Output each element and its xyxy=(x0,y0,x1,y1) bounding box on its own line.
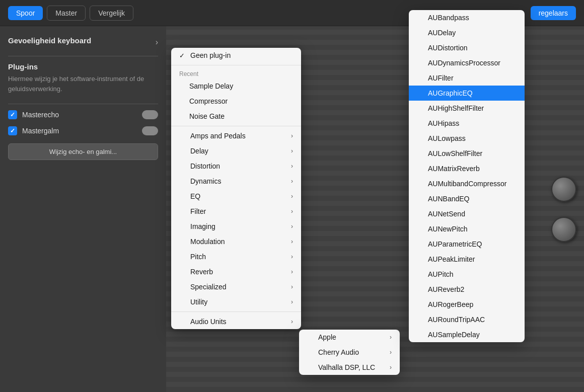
menu-divider-2 xyxy=(171,126,301,126)
vergelijk-button[interactable]: Vergelijk xyxy=(90,6,133,21)
au-item-21[interactable]: AUSampleDelay xyxy=(409,327,525,342)
au-item-18[interactable]: AUReverb2 xyxy=(409,282,525,297)
arrow-icon: › xyxy=(291,208,293,215)
expand-icon[interactable]: › xyxy=(156,38,158,47)
au-item-20[interactable]: AURoundTripAAC xyxy=(409,312,525,327)
category-delay-label: Delay xyxy=(190,147,208,155)
keyboard-sensitivity-label: Gevoeligheid keyboard xyxy=(8,36,91,45)
category-modulation[interactable]: Modulation › xyxy=(171,234,301,249)
arrow-icon: › xyxy=(291,223,293,230)
au-item-15[interactable]: AUParametricEQ xyxy=(409,237,525,252)
au-item-3[interactable]: AUDynamicsProcessor xyxy=(409,55,525,70)
au-item-7[interactable]: AUHipass xyxy=(409,116,525,131)
recent-item-1[interactable]: Compressor xyxy=(171,94,301,109)
au-item-label-21: AUSampleDelay xyxy=(428,331,480,339)
vendor-valhalla[interactable]: Valhalla DSP, LLC › xyxy=(299,360,400,375)
divider-2 xyxy=(8,104,158,104)
mastergalm-checkbox[interactable] xyxy=(8,126,17,135)
category-reverb[interactable]: Reverb › xyxy=(171,264,301,279)
au-item-label-8: AULowpass xyxy=(428,134,466,142)
masterecho-checkbox[interactable] xyxy=(8,110,17,119)
au-item-4[interactable]: AUFilter xyxy=(409,70,525,86)
au-item-0[interactable]: AUBandpass xyxy=(409,10,525,25)
au-item-17[interactable]: AUPitch xyxy=(409,267,525,282)
plugins-dropdown: ✓ Geen plug-in Recent Sample Delay Compr… xyxy=(171,48,301,329)
knobs-area xyxy=(544,26,584,392)
menu-divider-1 xyxy=(171,65,301,65)
au-item-9[interactable]: AULowShelfFilter xyxy=(409,146,525,161)
masterecho-toggle[interactable] xyxy=(142,110,158,119)
recent-item-2[interactable]: Noise Gate xyxy=(171,109,301,124)
arrow-icon: › xyxy=(291,132,293,139)
vendor-cherry-audio[interactable]: Cherry Audio › xyxy=(299,345,400,360)
au-item-label-9: AULowShelfFilter xyxy=(428,149,482,158)
category-pitch[interactable]: Pitch › xyxy=(171,249,301,264)
au-item-label-16: AUPeakLimiter xyxy=(428,255,475,263)
au-item-label-2: AUDistortion xyxy=(428,44,468,52)
category-specialized-label: Specialized xyxy=(190,283,227,291)
master-button[interactable]: Master xyxy=(47,6,86,21)
arrow-icon: › xyxy=(390,364,392,371)
mastergalm-row: Mastergalm xyxy=(8,126,158,135)
arrow-icon: › xyxy=(291,253,293,260)
au-item-label-4: AUFilter xyxy=(428,74,454,82)
au-item-6[interactable]: AUHighShelfFilter xyxy=(409,101,525,116)
category-pitch-label: Pitch xyxy=(190,253,206,261)
vendor-cherry-audio-label: Cherry Audio xyxy=(318,348,359,356)
recent-item-2-label: Noise Gate xyxy=(189,112,225,120)
spoor-button[interactable]: Spoor xyxy=(8,6,43,20)
category-utility[interactable]: Utility › xyxy=(171,294,301,309)
au-item-16[interactable]: AUPeakLimiter xyxy=(409,252,525,267)
category-utility-label: Utility xyxy=(190,298,207,306)
au-item-14[interactable]: AUNewPitch xyxy=(409,221,525,237)
category-audio-units[interactable]: Audio Units › xyxy=(171,314,301,329)
recent-item-0[interactable]: Sample Delay xyxy=(171,79,301,94)
au-item-10[interactable]: AUMatrixReverb xyxy=(409,161,525,176)
recent-item-1-label: Compressor xyxy=(189,97,228,105)
regelaars-button[interactable]: regelaars xyxy=(531,6,576,20)
category-delay[interactable]: Delay › xyxy=(171,143,301,159)
vendor-apple[interactable]: Apple › xyxy=(299,330,400,345)
au-item-2[interactable]: AUDistortion xyxy=(409,40,525,55)
no-plugin-item[interactable]: ✓ Geen plug-in xyxy=(171,48,301,63)
au-item-label-20: AURoundTripAAC xyxy=(428,316,485,324)
au-item-label-3: AUDynamicsProcessor xyxy=(428,59,500,67)
au-item-19[interactable]: AURogerBeep xyxy=(409,297,525,312)
recent-item-0-label: Sample Delay xyxy=(189,82,233,90)
category-filter[interactable]: Filter › xyxy=(171,204,301,219)
knob-1[interactable] xyxy=(551,177,576,202)
category-amps-label: Amps and Pedals xyxy=(190,132,246,140)
arrow-icon: › xyxy=(291,193,293,200)
au-item-label-5: AUGraphicEQ xyxy=(428,89,473,97)
au-item-label-15: AUParametricEQ xyxy=(428,240,482,248)
au-item-5[interactable]: AUGraphicEQ xyxy=(409,86,525,101)
menu-divider-3 xyxy=(171,311,301,312)
au-item-8[interactable]: AULowpass xyxy=(409,131,525,146)
check-icon: ✓ xyxy=(179,52,188,59)
arrow-icon: › xyxy=(291,147,293,154)
category-dynamics[interactable]: Dynamics › xyxy=(171,174,301,189)
au-item-11[interactable]: AUMultibandCompressor xyxy=(409,176,525,191)
mastergalm-toggle[interactable] xyxy=(142,126,158,135)
category-specialized[interactable]: Specialized › xyxy=(171,279,301,294)
category-distortion[interactable]: Distortion › xyxy=(171,159,301,174)
au-item-12[interactable]: AUNBandEQ xyxy=(409,191,525,206)
category-imaging-label: Imaging xyxy=(190,222,215,230)
category-distortion-label: Distortion xyxy=(190,162,220,170)
category-filter-label: Filter xyxy=(190,207,206,215)
au-item-label-6: AUHighShelfFilter xyxy=(428,104,484,112)
arrow-icon: › xyxy=(291,268,293,275)
knob-2[interactable] xyxy=(551,217,576,242)
category-reverb-label: Reverb xyxy=(190,268,213,276)
arrow-icon: › xyxy=(390,349,392,356)
arrow-icon: › xyxy=(291,283,293,290)
au-item-13[interactable]: AUNetSend xyxy=(409,206,525,221)
au-item-label-12: AUNBandEQ xyxy=(428,195,469,203)
category-eq[interactable]: EQ › xyxy=(171,189,301,204)
category-imaging[interactable]: Imaging › xyxy=(171,219,301,234)
echo-galm-button[interactable]: Wijzig echo- en galmi... xyxy=(8,143,158,160)
au-item-label-19: AURogerBeep xyxy=(428,300,473,308)
au-item-label-18: AUReverb2 xyxy=(428,285,464,293)
category-amps[interactable]: Amps and Pedals › xyxy=(171,128,301,143)
au-item-1[interactable]: AUDelay xyxy=(409,25,525,40)
